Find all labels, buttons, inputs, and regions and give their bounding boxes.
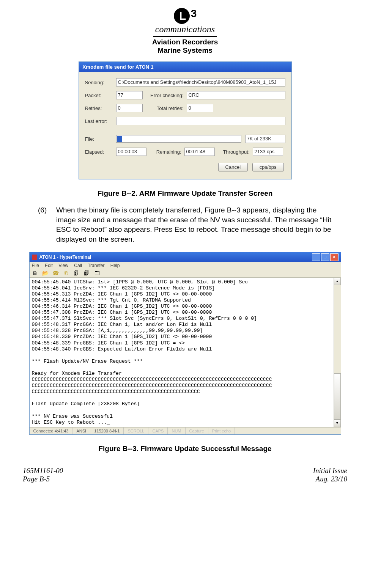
label-throughput: Throughput:	[215, 149, 253, 155]
properties-icon[interactable]: 🗔	[94, 270, 100, 276]
receive-icon[interactable]: 🗐	[83, 270, 90, 276]
new-icon[interactable]: 🗎	[32, 270, 38, 276]
field-elapsed: 00:00:03	[116, 148, 146, 156]
field-error-checking: CRC	[187, 91, 285, 99]
scroll-down-icon[interactable]: ▾	[334, 420, 341, 427]
field-remaining: 00:01:48	[184, 148, 215, 156]
label-packet: Packet:	[85, 93, 116, 98]
xmodem-dialog: Xmodem file send for ATON 1 Sending: C:\…	[79, 61, 292, 179]
field-sending: C:\Documents and Settings\friedrich\Desk…	[116, 78, 285, 86]
para-text: When the binary file is completely trans…	[56, 205, 332, 244]
hyperterminal-icon	[32, 255, 37, 260]
menu-bar: File Edit View Call Transfer Help	[30, 262, 341, 269]
field-total-retries: 0	[187, 104, 213, 112]
logo-super: 3	[191, 8, 197, 20]
status-printecho: Print echo	[208, 428, 235, 434]
brand-header: L 3 communications Aviation Recorders Ma…	[23, 8, 347, 55]
l3-logo-icon: L	[173, 8, 190, 24]
cpsbps-button[interactable]: cps/bps	[252, 163, 284, 171]
svg-text:L: L	[179, 9, 186, 22]
field-packet: 77	[116, 91, 143, 99]
label-sending: Sending:	[85, 80, 116, 85]
header-sub1: Aviation Recorders	[23, 38, 347, 46]
divider	[85, 130, 285, 130]
footer-issue: Initial Issue	[313, 467, 347, 475]
label-file: File:	[85, 136, 116, 142]
dialog-title: Xmodem file send for ATON 1	[79, 62, 291, 72]
field-retries: 0	[116, 104, 143, 112]
label-remaining: Remaining:	[146, 149, 184, 155]
minimize-button[interactable]: _	[312, 253, 320, 261]
field-file-progress: 7K of 233K	[245, 135, 285, 143]
field-last-error	[116, 117, 285, 125]
label-error-checking: Error checking:	[143, 93, 187, 98]
status-caps: CAPS	[148, 428, 168, 434]
label-retries: Retries:	[85, 105, 116, 111]
status-num: NUM	[168, 428, 185, 434]
status-connected: Connected 4:41:43	[30, 428, 73, 434]
footer-pagenum: Page B-5	[23, 475, 63, 483]
scrollbar-thumb[interactable]	[334, 373, 341, 420]
label-elapsed: Elapsed:	[85, 149, 116, 155]
cancel-button[interactable]: Cancel	[218, 163, 248, 171]
send-icon[interactable]: 🗐	[73, 270, 79, 276]
para-number: (6)	[38, 205, 56, 244]
label-last-error: Last error:	[85, 118, 116, 124]
figure-caption-b2: Figure B--2. ARM Firmware Update Transfe…	[23, 189, 347, 198]
hyperterminal-window: ATON 1 - HyperTerminal _ □ × File Edit V…	[29, 252, 341, 435]
toolbar: 🗎 📂 ☎ ✆ 🗐 🗐 🗔	[30, 269, 341, 278]
figure-caption-b3: Figure B--3. Firmware Update Successful …	[23, 445, 347, 453]
page-footer: 165M1161-00 Page B-5 Initial Issue Aug. …	[23, 467, 347, 483]
status-scroll: SCROLL	[124, 428, 148, 434]
maximize-button[interactable]: □	[321, 253, 329, 261]
logo-communications: communications	[153, 24, 217, 35]
file-progress-bar	[116, 135, 241, 143]
status-capture: Capture	[186, 428, 208, 434]
menu-file[interactable]: File	[32, 263, 39, 268]
phone-icon[interactable]: ☎	[52, 270, 58, 276]
hangup-icon[interactable]: ✆	[63, 270, 69, 276]
status-baud: 115200 8-N-1	[90, 428, 124, 434]
menu-help[interactable]: Help	[110, 263, 120, 268]
vertical-scrollbar[interactable]: ▴ ▾	[334, 278, 341, 427]
terminal-body[interactable]: 004:55:45.040 UTCShw: 1st> [1PPS @ 0.000…	[30, 278, 334, 427]
menu-view[interactable]: View	[58, 263, 68, 268]
status-bar: Connected 4:41:43 ANSI 115200 8-N-1 SCRO…	[30, 427, 341, 434]
paragraph-6: (6) When the binary file is completely t…	[38, 205, 332, 244]
status-encoding: ANSI	[72, 428, 90, 434]
menu-call[interactable]: Call	[74, 263, 82, 268]
header-sub2: Marine Systems	[23, 46, 347, 55]
footer-date: Aug. 23/10	[313, 475, 347, 483]
menu-transfer[interactable]: Transfer	[88, 263, 104, 268]
scroll-up-icon[interactable]: ▴	[334, 278, 341, 285]
close-button[interactable]: ×	[330, 253, 339, 261]
footer-docnum: 165M1161-00	[23, 467, 63, 475]
open-icon[interactable]: 📂	[42, 270, 48, 276]
menu-edit[interactable]: Edit	[45, 263, 53, 268]
field-throughput: 2133 cps	[253, 148, 283, 156]
label-total-retries: Total retries:	[143, 105, 187, 111]
terminal-titlebar: ATON 1 - HyperTerminal _ □ ×	[30, 252, 341, 262]
terminal-title: ATON 1 - HyperTerminal	[39, 255, 91, 260]
